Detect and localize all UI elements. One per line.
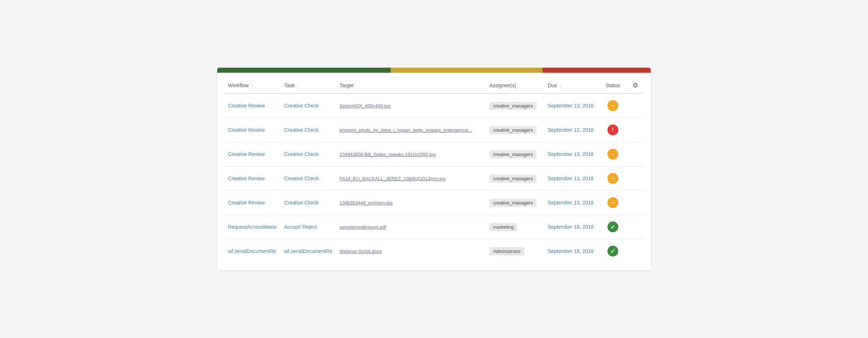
progress-segment bbox=[542, 68, 651, 73]
assignee-badge: creative_managers bbox=[489, 126, 537, 134]
table-wrapper: Workflow ↑ Task ↑ Target Assignee(s) Due bbox=[217, 73, 651, 270]
due-date: September 12, 2018 bbox=[548, 127, 594, 133]
table-row: Creative ReviewCreative Check104943858-B… bbox=[224, 142, 644, 166]
due-date: September 13, 2018 bbox=[548, 103, 594, 109]
assignee-badge: creative_managers bbox=[489, 150, 537, 159]
status-icon: ✓ bbox=[602, 246, 623, 257]
tasks-table: Workflow ↑ Task ↑ Target Assignee(s) Due bbox=[224, 76, 644, 263]
due-date: September 18, 2018 bbox=[548, 224, 594, 230]
col-header-target: Target bbox=[336, 76, 486, 93]
workflow-link[interactable]: Creative Review bbox=[228, 103, 265, 109]
status-icon: − bbox=[602, 197, 623, 208]
target-link[interactable]: Webinar-Script.docx bbox=[339, 249, 382, 254]
table-row: Creative ReviewCreative Check1346353449_… bbox=[224, 191, 644, 215]
workflow-link[interactable]: Creative Review bbox=[228, 127, 265, 133]
col-header-assignees: Assignee(s) bbox=[486, 76, 544, 93]
task-link[interactable]: Accept/ Reject bbox=[284, 224, 317, 230]
due-date: September 13, 2018 bbox=[548, 200, 594, 206]
target-link[interactable]: samplecreditreport.pdf bbox=[339, 224, 386, 230]
assignee-badge: Administrator bbox=[489, 247, 524, 255]
task-link[interactable]: Creative Check bbox=[284, 127, 319, 133]
due-date: September 18, 2018 bbox=[548, 248, 594, 254]
workflow-link[interactable]: Creative Review bbox=[228, 151, 265, 157]
status-icon: − bbox=[602, 149, 623, 160]
gear-icon[interactable]: ⚙ bbox=[632, 82, 638, 89]
status-icon: ✓ bbox=[602, 221, 623, 232]
workflow-link[interactable]: RequestAccessMaste bbox=[228, 224, 277, 230]
task-link[interactable]: Creative Check bbox=[284, 200, 319, 206]
assignee-badge: creative_managers bbox=[489, 174, 537, 183]
target-link[interactable]: 1346353449_eminem.jpg bbox=[339, 200, 392, 206]
col-header-workflow[interactable]: Workflow ↑ bbox=[224, 76, 280, 93]
progress-bar bbox=[217, 68, 651, 73]
table-row: Creative ReviewCreative CheckXpgonN0X_40… bbox=[224, 93, 644, 118]
workflow-link[interactable]: Creative Review bbox=[228, 176, 265, 181]
col-header-gear: ⚙ bbox=[627, 76, 644, 93]
workflow-link[interactable]: Creative Review bbox=[228, 200, 265, 206]
status-icon: ! bbox=[602, 124, 623, 135]
sort-icon-workflow: ↑ bbox=[252, 84, 254, 88]
workflow-link[interactable]: wf.serialDocumentRe bbox=[228, 248, 276, 254]
table-row: wf.serialDocumentRewf.serialDocumentReWe… bbox=[224, 239, 644, 263]
status-circle: ! bbox=[607, 124, 618, 135]
status-icon: − bbox=[602, 100, 623, 111]
progress-segment bbox=[217, 68, 391, 73]
col-header-status: Status bbox=[598, 76, 627, 93]
due-date: September 13, 2018 bbox=[548, 151, 594, 157]
target-link[interactable]: FA18_EU_BACKALL_JEREZ_1065hX1013mm.jpg bbox=[339, 176, 445, 181]
task-link[interactable]: wf.serialDocumentRe bbox=[284, 248, 332, 254]
status-circle: − bbox=[607, 149, 618, 160]
table-row: Creative ReviewCreative Checkeminem_phot… bbox=[224, 118, 644, 142]
main-container: Workflow ↑ Task ↑ Target Assignee(s) Due bbox=[217, 68, 651, 270]
task-link[interactable]: Creative Check bbox=[284, 103, 319, 109]
task-link[interactable]: Creative Check bbox=[284, 176, 319, 181]
progress-segment bbox=[391, 68, 542, 73]
col-header-task[interactable]: Task ↑ bbox=[280, 76, 336, 93]
col-header-due[interactable]: Due ↑ bbox=[544, 76, 598, 93]
status-circle: − bbox=[607, 173, 618, 184]
status-circle: − bbox=[607, 100, 618, 111]
sort-icon-task: ↑ bbox=[297, 84, 300, 88]
sort-icon-due: ↑ bbox=[560, 84, 562, 88]
table-row: Creative ReviewCreative CheckFA18_EU_BAC… bbox=[224, 166, 644, 191]
table-row: RequestAccessMasteAccept/ Rejectsamplecr… bbox=[224, 215, 644, 239]
assignee-badge: marketing bbox=[489, 223, 517, 231]
status-circle: − bbox=[607, 197, 618, 208]
assignee-badge: creative_managers bbox=[489, 102, 537, 110]
status-circle: ✓ bbox=[607, 246, 618, 257]
task-link[interactable]: Creative Check bbox=[284, 151, 319, 157]
due-date: September 13, 2018 bbox=[548, 176, 594, 181]
assignee-badge: creative_managers bbox=[489, 199, 537, 207]
status-circle: ✓ bbox=[607, 221, 618, 232]
target-link[interactable]: eminem_photo_by_dave_j_hogan_getty_image… bbox=[339, 127, 472, 133]
target-link[interactable]: XpgonN0X_400x400.jpg bbox=[339, 103, 390, 109]
status-icon: − bbox=[602, 173, 623, 184]
target-link[interactable]: 104943858-Bill_Gates_speaks.1910x1000.jp… bbox=[339, 152, 435, 157]
